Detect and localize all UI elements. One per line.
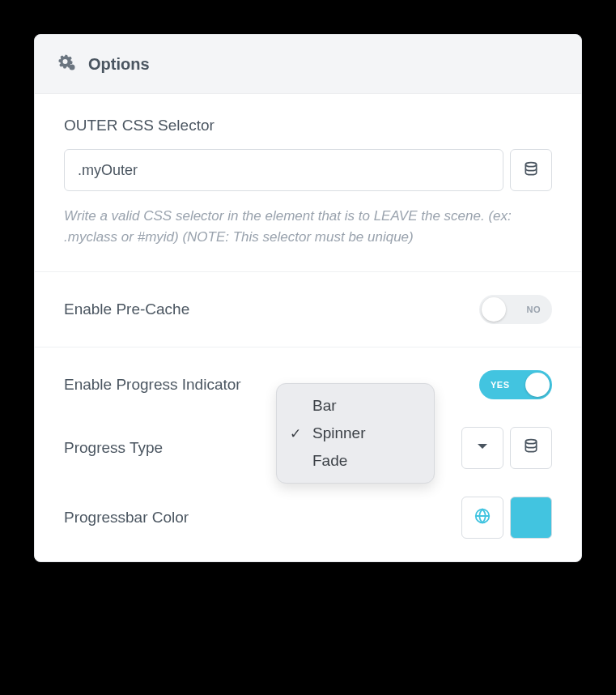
check-icon: ✓ xyxy=(290,424,301,441)
dropdown-option-label: Fade xyxy=(312,452,347,469)
progress-label: Enable Progress Indicator xyxy=(64,376,241,394)
outer-selector-label: OUTER CSS Selector xyxy=(64,117,552,134)
precache-toggle[interactable]: NO xyxy=(479,295,552,324)
precache-toggle-state: NO xyxy=(527,305,542,314)
gears-icon xyxy=(57,53,77,75)
database-icon xyxy=(523,161,539,180)
dropdown-option-bar[interactable]: Bar xyxy=(277,392,434,420)
toggle-knob xyxy=(525,373,550,397)
progress-type-database-button[interactable] xyxy=(510,427,552,469)
precache-section: Enable Pre-Cache NO xyxy=(35,272,581,348)
outer-selector-input[interactable] xyxy=(64,149,503,191)
progress-type-row: Progress Type xyxy=(64,427,552,469)
dropdown-option-spinner[interactable]: ✓ Spinner xyxy=(277,420,434,447)
toggle-knob xyxy=(482,297,506,322)
progress-type-dropdown: Bar ✓ Spinner Fade xyxy=(276,383,435,484)
panel-header: Options xyxy=(35,35,581,94)
outer-selector-section: OUTER CSS Selector Write a valid CSS sel… xyxy=(35,94,581,272)
dropdown-option-label: Bar xyxy=(312,397,337,414)
options-panel: Options OUTER CSS Selector Write a valid… xyxy=(34,34,582,562)
caret-down-icon xyxy=(477,441,488,454)
progress-type-label: Progress Type xyxy=(64,439,163,457)
progress-toggle[interactable]: YES xyxy=(479,370,552,399)
progress-toggle-state: YES xyxy=(491,380,510,390)
outer-selector-help: Write a valid CSS selector in the elemen… xyxy=(64,206,552,249)
progressbar-color-label: Progressbar Color xyxy=(64,509,189,527)
globe-button[interactable] xyxy=(461,497,503,539)
database-button[interactable] xyxy=(510,149,552,191)
svg-point-1 xyxy=(525,162,536,166)
progress-type-select[interactable] xyxy=(461,427,503,469)
globe-icon xyxy=(474,507,491,527)
dropdown-option-label: Spinner xyxy=(312,424,366,441)
database-icon xyxy=(523,438,539,457)
progress-section: Enable Progress Indicator YES Progress T… xyxy=(35,348,581,561)
dropdown-option-fade[interactable]: Fade xyxy=(277,447,434,475)
svg-point-0 xyxy=(70,65,75,70)
progressbar-color-row: Progressbar Color xyxy=(64,497,552,539)
precache-label: Enable Pre-Cache xyxy=(64,301,189,318)
panel-title: Options xyxy=(88,55,150,74)
svg-point-2 xyxy=(525,440,536,444)
color-swatch[interactable] xyxy=(510,497,552,539)
